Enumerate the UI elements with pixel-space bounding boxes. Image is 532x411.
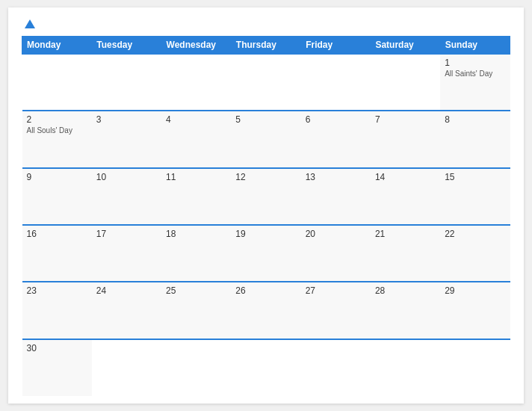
- calendar-cell: 13: [301, 168, 371, 225]
- calendar-week-row: 9101112131415: [22, 168, 510, 225]
- calendar-cell: 11: [161, 168, 231, 225]
- logo: [22, 19, 35, 28]
- calendar-cell: 7: [371, 111, 440, 167]
- calendar-cell: 17: [92, 225, 161, 282]
- day-number: 2: [27, 114, 87, 125]
- calendar-cell: 10: [92, 168, 161, 225]
- calendar-cell: 18: [161, 225, 231, 282]
- day-number: 25: [166, 285, 226, 296]
- day-number: 1: [445, 58, 505, 68]
- calendar-cell: 29: [440, 282, 510, 339]
- calendar-cell: 23: [22, 282, 92, 339]
- calendar-cell: 6: [301, 111, 371, 167]
- calendar-body: 1All Saints' Day2All Souls' Day345678910…: [22, 54, 510, 396]
- calendar-cell: [161, 339, 231, 396]
- calendar-cell: [92, 339, 161, 396]
- calendar-cell: 30: [22, 339, 92, 396]
- day-number: 8: [445, 114, 505, 125]
- weekday-header-thursday: Thursday: [231, 37, 300, 55]
- calendar-week-row: 23242526272829: [22, 282, 510, 339]
- weekday-header-saturday: Saturday: [371, 37, 440, 55]
- calendar-cell: 3: [92, 111, 161, 167]
- day-number: 18: [166, 229, 226, 239]
- day-number: 22: [445, 229, 505, 239]
- calendar-table: MondayTuesdayWednesdayThursdayFridaySatu…: [22, 36, 510, 396]
- day-number: 14: [375, 172, 436, 182]
- day-number: 19: [235, 229, 296, 239]
- holiday-label: All Saints' Day: [445, 69, 505, 78]
- day-number: 6: [306, 114, 366, 125]
- calendar-cell: 9: [22, 168, 92, 225]
- calendar-header-row: MondayTuesdayWednesdayThursdayFridaySatu…: [22, 37, 510, 55]
- day-number: 26: [235, 285, 296, 296]
- day-number: 16: [27, 229, 87, 239]
- calendar-cell: 20: [301, 225, 371, 282]
- calendar-cell: [161, 54, 231, 111]
- calendar-cell: [92, 54, 161, 111]
- calendar-cell: 14: [371, 168, 440, 225]
- calendar-week-row: 2All Souls' Day345678: [22, 111, 510, 167]
- weekday-header-row: MondayTuesdayWednesdayThursdayFridaySatu…: [22, 37, 510, 55]
- day-number: 20: [306, 229, 366, 239]
- calendar-cell: 22: [440, 225, 510, 282]
- day-number: 24: [96, 285, 157, 296]
- day-number: 23: [27, 285, 87, 296]
- day-number: 21: [375, 229, 436, 239]
- calendar-cell: 8: [440, 111, 510, 167]
- calendar-cell: [371, 339, 440, 396]
- calendar-cell: 27: [301, 282, 371, 339]
- day-number: 28: [375, 285, 436, 296]
- day-number: 7: [375, 114, 436, 125]
- day-number: 3: [96, 114, 157, 125]
- calendar-cell: 21: [371, 225, 440, 282]
- weekday-header-monday: Monday: [22, 37, 92, 55]
- calendar-cell: 1All Saints' Day: [440, 54, 510, 111]
- day-number: 13: [306, 172, 366, 182]
- weekday-header-tuesday: Tuesday: [92, 37, 161, 55]
- day-number: 17: [96, 229, 157, 239]
- calendar-cell: 28: [371, 282, 440, 339]
- calendar-cell: [301, 339, 371, 396]
- holiday-label: All Souls' Day: [27, 126, 87, 135]
- weekday-header-wednesday: Wednesday: [161, 37, 231, 55]
- calendar-cell: [231, 54, 300, 111]
- calendar-week-row: 16171819202122: [22, 225, 510, 282]
- calendar-cell: [301, 54, 371, 111]
- weekday-header-sunday: Sunday: [440, 37, 510, 55]
- calendar-header: [22, 19, 510, 28]
- calendar-cell: 16: [22, 225, 92, 282]
- calendar-cell: 24: [92, 282, 161, 339]
- calendar-cell: 15: [440, 168, 510, 225]
- day-number: 10: [96, 172, 157, 182]
- day-number: 11: [166, 172, 226, 182]
- day-number: 30: [27, 343, 87, 353]
- calendar-cell: 25: [161, 282, 231, 339]
- day-number: 15: [445, 172, 505, 182]
- calendar-cell: [22, 54, 92, 111]
- day-number: 12: [235, 172, 296, 182]
- calendar-cell: 2All Souls' Day: [22, 111, 92, 167]
- calendar-cell: [440, 339, 510, 396]
- day-number: 29: [445, 285, 505, 296]
- day-number: 9: [27, 172, 87, 182]
- calendar-cell: 12: [231, 168, 300, 225]
- day-number: 4: [166, 114, 226, 125]
- calendar-container: MondayTuesdayWednesdayThursdayFridaySatu…: [8, 7, 524, 404]
- calendar-cell: 4: [161, 111, 231, 167]
- calendar-cell: [231, 339, 300, 396]
- day-number: 5: [235, 114, 296, 125]
- calendar-week-row: 30: [22, 339, 510, 396]
- day-number: 27: [306, 285, 366, 296]
- weekday-header-friday: Friday: [301, 37, 371, 55]
- calendar-cell: 26: [231, 282, 300, 339]
- logo-triangle-icon: [25, 19, 35, 28]
- calendar-cell: [371, 54, 440, 111]
- calendar-cell: 5: [231, 111, 300, 167]
- calendar-cell: 19: [231, 225, 300, 282]
- calendar-week-row: 1All Saints' Day: [22, 54, 510, 111]
